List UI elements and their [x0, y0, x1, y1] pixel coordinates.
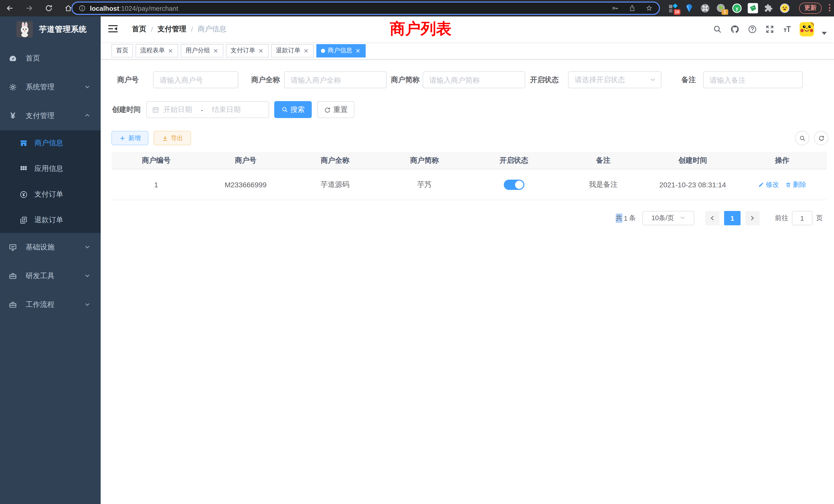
grid-icon: [20, 165, 28, 173]
toolbox-icon: [9, 301, 17, 309]
search-button[interactable]: 搜索: [274, 101, 312, 118]
search-icon[interactable]: [712, 24, 722, 34]
site-info-icon[interactable]: [79, 5, 86, 12]
export-button[interactable]: 导出: [154, 131, 191, 145]
page-size-select[interactable]: 10条/页: [642, 211, 694, 225]
profile-emoji-avatar[interactable]: [780, 3, 790, 13]
edit-link[interactable]: 修改: [758, 180, 779, 189]
extension-dot-icon[interactable]: 1: [716, 3, 726, 13]
sidebar-item-app-info[interactable]: 应用信息: [0, 156, 101, 182]
chevron-down-icon: [679, 214, 685, 222]
user-avatar[interactable]: [799, 22, 814, 37]
caret-down-icon[interactable]: [822, 28, 827, 31]
navbar-actions: [712, 17, 827, 42]
show-search-toggle-button[interactable]: [795, 131, 809, 145]
status-label: 开启状态: [524, 71, 559, 88]
circled-yen-icon: [20, 190, 28, 199]
prev-page-button[interactable]: [705, 211, 720, 225]
col-header: 操作: [738, 152, 827, 169]
address-bar[interactable]: localhost:1024/pay/merchant: [71, 2, 660, 15]
sidebar-item-workflow[interactable]: 工作流程: [0, 291, 101, 319]
sidebar-item-pay-orders[interactable]: 支付订单: [0, 182, 101, 207]
close-icon[interactable]: [168, 47, 174, 54]
add-button-label: 新增: [128, 134, 141, 142]
tab-merchant-info[interactable]: 商户信息: [316, 44, 366, 57]
date-range-picker[interactable]: 开始日期 - 结束日期: [146, 101, 269, 118]
extension-chat-icon[interactable]: [748, 3, 758, 13]
total-suffix: 条: [629, 213, 636, 223]
sidebar-item-merchant-info[interactable]: 商户信息: [0, 130, 101, 156]
reset-button[interactable]: 重置: [317, 101, 354, 118]
total-count: 1: [624, 214, 628, 222]
sidebar-item-infrastructure[interactable]: 基础设施: [0, 233, 101, 262]
chevron-down-icon: [84, 301, 90, 309]
delete-link[interactable]: 删除: [785, 180, 806, 189]
url-host: localhost: [90, 4, 119, 12]
status-select[interactable]: 请选择开启状态: [568, 71, 661, 88]
tab-pay-orders[interactable]: 支付订单: [226, 44, 269, 57]
search-icon: [799, 135, 806, 141]
sidebar-item-refund-orders[interactable]: 退款订单: [0, 207, 101, 233]
browser-back-icon[interactable]: [5, 3, 15, 13]
share-icon[interactable]: [629, 5, 636, 12]
col-header: 商户全称: [290, 152, 380, 169]
tab-refund-orders[interactable]: 退款订单: [271, 44, 314, 57]
tab-process-form[interactable]: 流程表单: [136, 44, 178, 57]
github-icon[interactable]: [730, 24, 740, 34]
sidebar-item-dev-tools[interactable]: 研发工具: [0, 262, 101, 291]
goto-page-input[interactable]: [792, 211, 812, 225]
reset-button-label: 重置: [333, 105, 348, 114]
close-icon[interactable]: [303, 47, 309, 54]
status-toggle[interactable]: [504, 179, 524, 190]
browser-reload-icon[interactable]: [44, 3, 54, 13]
extension-yuque-icon[interactable]: y: [732, 3, 742, 13]
fullscreen-icon[interactable]: [765, 24, 774, 34]
breadcrumb-payment[interactable]: 支付管理: [158, 25, 186, 34]
payment-submenu: 商户信息 应用信息 支付订单 退款订单: [0, 130, 101, 233]
extension-balloon-icon[interactable]: [684, 3, 694, 13]
password-key-icon[interactable]: [612, 5, 619, 12]
sidebar-item-home[interactable]: 首页: [0, 44, 101, 73]
merchant-short-input[interactable]: [423, 71, 525, 88]
sidebar-item-system[interactable]: 系统管理: [0, 73, 101, 101]
yen-icon: ¥: [9, 112, 17, 120]
page-number-1[interactable]: 1: [724, 211, 741, 225]
sidebar-fold-icon[interactable]: [108, 25, 118, 33]
browser-menu-icon[interactable]: [829, 4, 830, 11]
breadcrumb-home[interactable]: 首页: [132, 25, 146, 34]
extensions-puzzle-icon[interactable]: [764, 3, 774, 13]
close-icon[interactable]: [258, 47, 264, 54]
remark-input[interactable]: [703, 71, 803, 88]
col-header: 备注: [558, 152, 648, 169]
tab-home[interactable]: 首页: [111, 44, 133, 57]
font-size-icon[interactable]: [782, 24, 792, 34]
merchant-name-input[interactable]: [284, 71, 387, 88]
extension-blocks-icon[interactable]: 10: [668, 3, 678, 13]
sidebar-item-label: 支付订单: [35, 190, 63, 199]
sidebar-logo[interactable]: 芋道管理系统: [0, 17, 101, 42]
merchant-no-label: 商户号: [104, 71, 139, 88]
dashboard-icon: [9, 54, 17, 63]
bookmark-star-icon[interactable]: [645, 5, 653, 12]
close-icon[interactable]: [213, 47, 219, 54]
browser-forward-icon[interactable]: [24, 3, 35, 13]
browser-toolbar: localhost:1024/pay/merchant 10 1: [0, 0, 834, 17]
plus-icon: [119, 135, 126, 141]
download-icon: [161, 135, 168, 141]
next-page-button[interactable]: [745, 211, 760, 225]
trash-icon: [785, 181, 791, 188]
sidebar-item-label: 首页: [26, 54, 40, 63]
merchant-no-input[interactable]: [153, 71, 238, 88]
tab-label: 流程表单: [140, 46, 165, 55]
refresh-table-button[interactable]: [814, 131, 828, 145]
extension-command-icon[interactable]: [700, 3, 710, 13]
help-icon[interactable]: [747, 24, 757, 34]
tags-view-bar: 首页 流程表单 用户分组 支付订单 退款订单: [101, 42, 834, 60]
table-header-row: 商户编号 商户号 商户全称 商户简称 开启状态 备注 创建时间 操作: [111, 152, 827, 169]
sidebar-item-payment[interactable]: ¥ 支付管理: [0, 101, 101, 130]
add-button[interactable]: 新增: [111, 131, 148, 145]
browser-update-button[interactable]: 更新: [799, 3, 822, 14]
close-icon[interactable]: [355, 47, 361, 54]
tab-user-group[interactable]: 用户分组: [181, 44, 223, 57]
cell-full-name: 芋道源码: [290, 169, 380, 200]
